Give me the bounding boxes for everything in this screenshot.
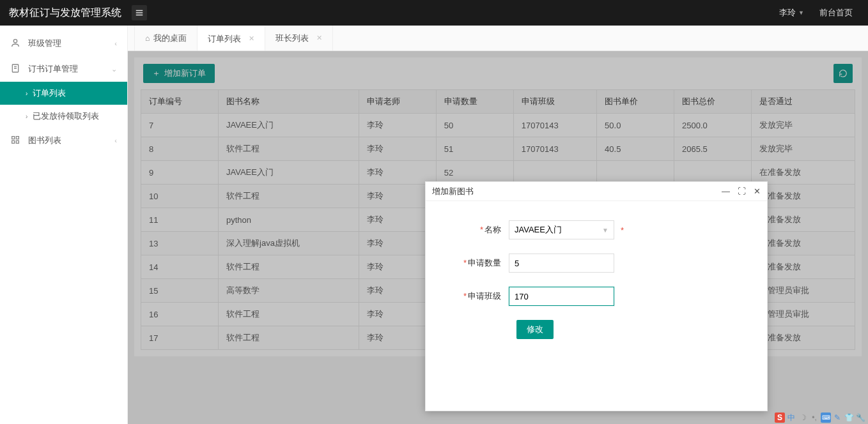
refresh-button[interactable] [833, 64, 853, 83]
plus-icon: ＋ [152, 68, 160, 79]
close-icon[interactable]: ✕ [754, 186, 761, 196]
minimize-icon[interactable]: — [722, 186, 730, 196]
sidebar-label: 订书订单管理 [28, 63, 78, 75]
col-book: 图书名称 [219, 90, 359, 114]
cell-book: JAVAEE入门 [219, 114, 359, 137]
sidebar-sub-label: 已发放待领取列表 [33, 110, 99, 122]
grid-icon [10, 135, 22, 147]
tab-orders[interactable]: 订单列表 ✕ [198, 26, 265, 50]
cell-book: JAVAEE入门 [219, 161, 359, 185]
tab-home[interactable]: ⌂ 我的桌面 [134, 26, 198, 50]
sidebar-item-order-mgmt[interactable]: 订书订单管理 ⌄ [0, 56, 127, 82]
cell-price: 50.0 [597, 114, 674, 137]
tray-icon[interactable]: S [775, 413, 785, 423]
cell-total [674, 161, 752, 185]
cell-teacher: 李玲 [359, 137, 436, 161]
table-row[interactable]: 7JAVAEE入门李玲501707014350.02500.0发放完毕 [141, 114, 855, 137]
name-label: *名称 [438, 224, 509, 236]
form-row-qty: *申请数量 [438, 254, 754, 273]
tab-bar: ⌂ 我的桌面 订单列表 ✕ 班长列表 ✕ [128, 26, 868, 51]
cell-status: 发放完毕 [752, 137, 855, 161]
sidebar-item-class-mgmt[interactable]: 班级管理 ‹ [0, 31, 127, 56]
cell-qty: 50 [436, 114, 513, 137]
form-row-class: *申请班级 [438, 287, 754, 306]
tab-label: 我的桌面 [153, 33, 187, 44]
button-label: 增加新订单 [164, 68, 206, 79]
class-label: *申请班级 [438, 291, 509, 302]
chevron-right-icon: › [26, 113, 27, 120]
table-row[interactable]: 8软件工程李玲511707014340.52065.5发放完毕 [141, 137, 855, 161]
hamburger-icon [135, 8, 144, 17]
cell-class [513, 161, 596, 185]
add-order-button[interactable]: ＋ 增加新订单 [143, 64, 215, 83]
select-value: JAVAEE入门 [515, 224, 562, 236]
tray-icon[interactable]: 中 [786, 413, 796, 423]
tray-icon[interactable]: 🔧 [855, 413, 865, 423]
cell-price: 40.5 [597, 137, 674, 161]
col-qty: 申请数量 [436, 90, 513, 114]
svg-rect-4 [12, 140, 15, 143]
cell-book: 软件工程 [219, 303, 359, 326]
tray-icon[interactable]: ☽ [798, 413, 808, 423]
sidebar-item-book-list[interactable]: 图书列表 ‹ [0, 128, 127, 153]
home-icon: ⌂ [145, 34, 150, 43]
cell-status: 在准备发放 [752, 161, 855, 185]
modal-body: *名称 JAVAEE入门 ▼ * *申请数量 *申请班级 修改 [426, 201, 767, 358]
app-title: 教材征订与发放管理系统 [9, 6, 121, 20]
sidebar: 班级管理 ‹ 订书订单管理 ⌄ › 订单列表 › 已发放待领取列表 图书列表 ‹ [0, 26, 128, 424]
cell-book: python [219, 208, 359, 232]
close-icon[interactable]: ✕ [316, 34, 322, 42]
svg-rect-2 [12, 136, 15, 139]
add-book-modal: 增加新图书 — ⛶ ✕ *名称 JAVAEE入门 ▼ * *申请数量 *申请班级… [425, 181, 768, 411]
chevron-left-icon: ‹ [114, 137, 117, 144]
frontend-home-link[interactable]: 前台首页 [819, 7, 853, 19]
menu-toggle-button[interactable] [132, 5, 147, 20]
maximize-icon[interactable]: ⛶ [738, 186, 746, 196]
cell-id: 14 [141, 255, 219, 279]
form-row-name: *名称 JAVAEE入门 ▼ * [438, 220, 754, 239]
cell-book: 高等数学 [219, 279, 359, 303]
cell-book: 深入理解java虚拟机 [219, 232, 359, 255]
cell-qty: 52 [436, 161, 513, 185]
cell-id: 10 [141, 185, 219, 208]
cell-total: 2500.0 [674, 114, 752, 137]
tray-icon[interactable]: •, [809, 413, 819, 423]
cell-teacher: 李玲 [359, 161, 436, 185]
user-menu[interactable]: 李玲 ▼ [779, 7, 804, 19]
tray-icon[interactable]: ⌨ [821, 413, 831, 423]
system-tray: S 中 ☽ •, ⌨ ✎ 👕 🔧 [772, 411, 868, 424]
cell-qty: 51 [436, 137, 513, 161]
refresh-icon [839, 69, 848, 78]
cell-id: 8 [141, 137, 219, 161]
col-status: 是否通过 [752, 90, 855, 114]
class-input[interactable] [509, 287, 614, 306]
cell-status: 发放完毕 [752, 114, 855, 137]
cell-id: 15 [141, 279, 219, 303]
tray-icon[interactable]: ✎ [832, 413, 842, 423]
sidebar-item-pending-list[interactable]: › 已发放待领取列表 [0, 105, 127, 128]
tab-leaders[interactable]: 班长列表 ✕ [265, 26, 333, 50]
modal-title: 增加新图书 [432, 186, 722, 197]
book-name-select[interactable]: JAVAEE入门 ▼ [509, 220, 614, 239]
table-row[interactable]: 9JAVAEE入门李玲52在准备发放 [141, 161, 855, 185]
col-class: 申请班级 [513, 90, 596, 114]
cell-book: 软件工程 [219, 137, 359, 161]
svg-rect-3 [16, 136, 19, 139]
user-icon [10, 38, 22, 50]
top-bar: 教材征订与发放管理系统 李玲 ▼ 前台首页 [0, 0, 868, 26]
tray-icon[interactable]: 👕 [844, 413, 854, 423]
modal-header[interactable]: 增加新图书 — ⛶ ✕ [426, 182, 767, 201]
svg-rect-5 [16, 140, 19, 143]
sidebar-item-order-list[interactable]: › 订单列表 [0, 82, 127, 105]
submit-button[interactable]: 修改 [516, 320, 554, 339]
cell-id: 9 [141, 161, 219, 185]
cell-book: 软件工程 [219, 326, 359, 350]
cell-total: 2065.5 [674, 137, 752, 161]
col-teacher: 申请老师 [359, 90, 436, 114]
qty-input[interactable] [509, 254, 614, 273]
cell-id: 16 [141, 303, 219, 326]
close-icon[interactable]: ✕ [249, 34, 254, 43]
cell-id: 11 [141, 208, 219, 232]
chevron-down-icon: ⌄ [111, 65, 117, 73]
user-name: 李玲 [779, 7, 796, 19]
